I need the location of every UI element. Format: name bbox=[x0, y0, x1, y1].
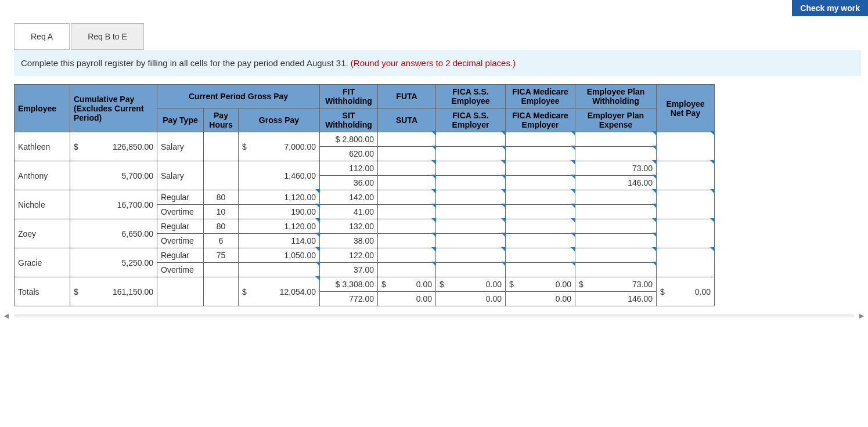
gross-pay-input[interactable]: 190.00 bbox=[239, 205, 320, 219]
emp-plan-w-input[interactable] bbox=[575, 132, 657, 147]
totals-fica-ss-er: 0.00 bbox=[436, 292, 506, 306]
sit-cell: 41.00 bbox=[320, 205, 378, 219]
emp-plan-w-input[interactable] bbox=[575, 248, 657, 263]
suta-input[interactable] bbox=[378, 234, 436, 248]
futa-input[interactable] bbox=[378, 132, 436, 147]
th-net-pay: Employee Net Pay bbox=[657, 85, 715, 132]
suta-input[interactable] bbox=[378, 176, 436, 190]
scroll-left-icon[interactable]: ◄ bbox=[2, 311, 10, 320]
futa-input[interactable] bbox=[378, 161, 436, 176]
fica-ss-er-input[interactable] bbox=[436, 147, 506, 161]
suta-input[interactable] bbox=[378, 263, 436, 277]
gross-pay-input[interactable] bbox=[239, 263, 320, 277]
th-fica-med-emp: FICA Medicare Employee bbox=[506, 85, 575, 108]
pay-type: Salary bbox=[157, 132, 204, 161]
er-plan-exp-input[interactable] bbox=[575, 205, 657, 219]
er-plan-exp-input[interactable] bbox=[575, 147, 657, 161]
pay-hours: 10 bbox=[204, 205, 239, 219]
th-fica-ss-er: FICA S.S. Employer bbox=[436, 108, 506, 132]
th-pay-type: Pay Type bbox=[157, 108, 204, 132]
th-sit: SIT Withholding bbox=[320, 108, 378, 132]
totals-fica-med-er: 0.00 bbox=[506, 292, 575, 306]
th-fica-ss-emp: FICA S.S. Employee bbox=[436, 85, 506, 108]
futa-input[interactable] bbox=[378, 248, 436, 263]
net-pay-input[interactable] bbox=[657, 190, 715, 219]
fit-cell: 122.00 bbox=[320, 248, 378, 263]
gross-pay-input[interactable]: 1,120.00 bbox=[239, 190, 320, 205]
emp-name: Kathleen bbox=[15, 132, 70, 161]
fica-med-er-input[interactable] bbox=[506, 176, 575, 190]
pay-type: Regular bbox=[157, 248, 204, 263]
fit-cell: 132.00 bbox=[320, 219, 378, 234]
check-my-work-button[interactable]: Check my work bbox=[792, 0, 868, 16]
gross-pay: $7,000.00 bbox=[239, 132, 320, 161]
payroll-table: Employee Cumulative Pay (Excludes Curren… bbox=[14, 84, 715, 306]
fica-med-emp-input[interactable] bbox=[506, 248, 575, 263]
pay-hours bbox=[204, 132, 239, 161]
gross-pay-input[interactable]: 1,050.00 bbox=[239, 248, 320, 263]
futa-input[interactable] bbox=[378, 219, 436, 234]
sit-cell: 38.00 bbox=[320, 234, 378, 248]
pay-hours bbox=[204, 263, 239, 277]
fica-med-emp-input[interactable] bbox=[506, 161, 575, 176]
th-employee: Employee bbox=[15, 85, 70, 132]
fit-cell: 142.00 bbox=[320, 190, 378, 205]
tab-req-a[interactable]: Req A bbox=[14, 23, 70, 50]
fica-med-er-input[interactable] bbox=[506, 263, 575, 277]
cum-pay: 5,700.00 bbox=[70, 161, 157, 190]
totals-fit: $ 3,308.00 bbox=[320, 277, 378, 292]
th-gross-pay: Gross Pay bbox=[239, 108, 320, 132]
th-current-gross: Current Period Gross Pay bbox=[157, 85, 320, 108]
fica-med-emp-input[interactable] bbox=[506, 219, 575, 234]
th-fit: FIT Withholding bbox=[320, 85, 378, 108]
emp-plan-w-input[interactable] bbox=[575, 190, 657, 205]
pay-type: Salary bbox=[157, 161, 204, 190]
fica-ss-er-input[interactable] bbox=[436, 205, 506, 219]
fica-ss-emp-input[interactable] bbox=[436, 219, 506, 234]
totals-gross[interactable]: $12,054.00 bbox=[239, 277, 320, 306]
fica-med-er-input[interactable] bbox=[506, 205, 575, 219]
er-plan-exp-input[interactable] bbox=[575, 263, 657, 277]
fica-ss-er-input[interactable] bbox=[436, 176, 506, 190]
totals-payhours bbox=[204, 277, 239, 306]
cum-pay: $126,850.00 bbox=[70, 132, 157, 161]
fica-med-er-input[interactable] bbox=[506, 147, 575, 161]
suta-input[interactable] bbox=[378, 147, 436, 161]
sit-cell: 36.00 bbox=[320, 176, 378, 190]
th-emp-plan-w: Employee Plan Withholding bbox=[575, 85, 657, 108]
tab-req-b-to-e[interactable]: Req B to E bbox=[71, 23, 144, 50]
net-pay-input[interactable] bbox=[657, 132, 715, 161]
fica-med-emp-input[interactable] bbox=[506, 132, 575, 147]
gross-pay-input[interactable]: 1,120.00 bbox=[239, 219, 320, 234]
scroll-right-icon[interactable]: ► bbox=[858, 311, 866, 320]
horizontal-scrollbar[interactable]: ◄ ► bbox=[2, 311, 866, 320]
fica-ss-emp-input[interactable] bbox=[436, 132, 506, 147]
totals-suta: 0.00 bbox=[378, 292, 436, 306]
th-pay-hours: Pay Hours bbox=[204, 108, 239, 132]
net-pay-input[interactable] bbox=[657, 161, 715, 190]
fica-ss-er-input[interactable] bbox=[436, 263, 506, 277]
er-plan-exp-input[interactable]: 146.00 bbox=[575, 176, 657, 190]
fica-ss-emp-input[interactable] bbox=[436, 190, 506, 205]
futa-input[interactable] bbox=[378, 190, 436, 205]
fica-med-emp-input[interactable] bbox=[506, 190, 575, 205]
fit-cell: 112.00 bbox=[320, 161, 378, 176]
fica-ss-emp-input[interactable] bbox=[436, 161, 506, 176]
emp-plan-w-input[interactable]: 73.00 bbox=[575, 161, 657, 176]
instruction-text: Complete this payroll register by fillin… bbox=[21, 58, 351, 68]
totals-sit: 772.00 bbox=[320, 292, 378, 306]
pay-hours: 6 bbox=[204, 234, 239, 248]
fica-ss-er-input[interactable] bbox=[436, 234, 506, 248]
er-plan-exp-input[interactable] bbox=[575, 234, 657, 248]
net-pay-input[interactable] bbox=[657, 219, 715, 248]
emp-plan-w-input[interactable] bbox=[575, 219, 657, 234]
th-futa: FUTA bbox=[378, 85, 436, 108]
fica-med-er-input[interactable] bbox=[506, 234, 575, 248]
totals-plan-e: 146.00 bbox=[575, 292, 657, 306]
emp-name: Anthony bbox=[15, 161, 70, 190]
fica-ss-emp-input[interactable] bbox=[436, 248, 506, 263]
net-pay-input[interactable] bbox=[657, 248, 715, 277]
suta-input[interactable] bbox=[378, 205, 436, 219]
totals-net: $0.00 bbox=[657, 277, 715, 306]
gross-pay-input[interactable]: 114.00 bbox=[239, 234, 320, 248]
